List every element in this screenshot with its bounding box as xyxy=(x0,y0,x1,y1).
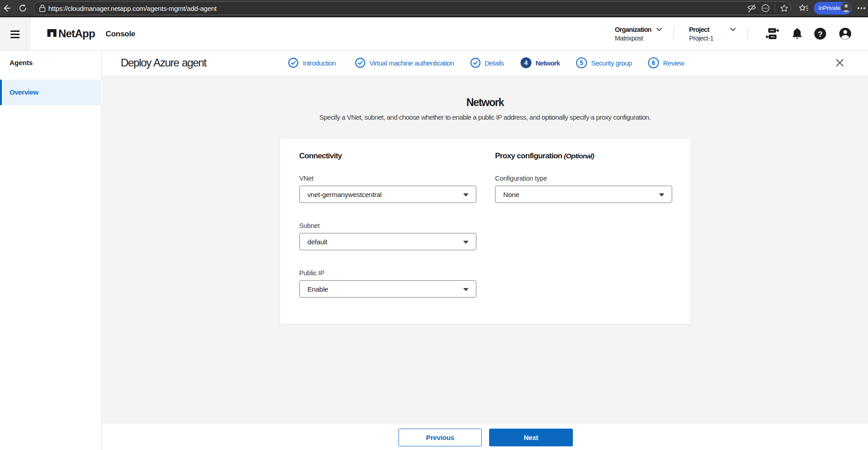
svg-text:?: ? xyxy=(818,30,822,39)
